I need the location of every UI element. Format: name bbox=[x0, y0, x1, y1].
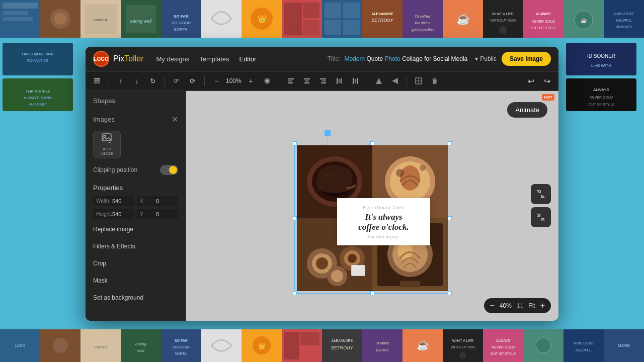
layers-icon[interactable] bbox=[91, 74, 104, 87]
separator-3 bbox=[204, 76, 205, 86]
bottom-strip-thumb-4[interactable]: eatingwell bbox=[121, 329, 161, 362]
mask-item[interactable]: Mask bbox=[86, 272, 186, 289]
flip-h-icon[interactable]: ⟳ bbox=[186, 74, 199, 87]
rotate-degrees-icon[interactable]: 0° bbox=[170, 74, 183, 87]
strip-thumb-10[interactable]: ALEXANDREBETROUY bbox=[362, 0, 403, 38]
svg-text:☕: ☕ bbox=[581, 17, 587, 24]
svg-rect-150 bbox=[300, 332, 319, 345]
bottom-strip-thumb-11[interactable]: ☕ bbox=[403, 329, 443, 362]
canvas-area[interactable]: Animate HOT bbox=[186, 91, 558, 321]
separator-4 bbox=[279, 76, 279, 86]
left-panel: Shapes Images ✕ bbox=[86, 91, 186, 321]
bottom-strip-thumb-9[interactable]: ALEXANDREBETROUY bbox=[322, 329, 362, 362]
bottom-strip-thumb-10[interactable]: I'd ratherlive with bbox=[362, 329, 403, 362]
nav-templates[interactable]: Templates bbox=[199, 53, 229, 65]
strip-thumb-11[interactable]: I'd ratherlive with agood question bbox=[403, 0, 443, 38]
flip-horizontal-icon[interactable] bbox=[388, 74, 401, 87]
title-quote: Quote bbox=[366, 55, 384, 62]
height-label: Height: bbox=[93, 209, 109, 219]
public-dropdown[interactable]: ▾ Public bbox=[475, 55, 497, 62]
strip-thumb-4[interactable]: eating well bbox=[121, 0, 161, 38]
nav-editor[interactable]: Editor bbox=[239, 53, 256, 65]
bottom-strip-thumb-2[interactable] bbox=[40, 329, 80, 362]
y-input[interactable] bbox=[153, 209, 178, 219]
logo-area[interactable]: LOGO PixTeller bbox=[93, 51, 143, 67]
bottom-strip-thumb-8[interactable] bbox=[282, 329, 322, 362]
bottom-strip-thumb-13[interactable]: ALWAYSNEVER GOLDOUT OF STYLE bbox=[483, 329, 523, 362]
strip-thumb-6[interactable] bbox=[201, 0, 242, 38]
clipping-toggle[interactable] bbox=[160, 165, 178, 175]
strip-thumb-15[interactable]: ☕ bbox=[564, 0, 604, 38]
fit-button[interactable]: Fit bbox=[528, 302, 535, 309]
nav-my-designs[interactable]: My designs bbox=[156, 53, 189, 65]
zoom-minus-icon[interactable]: − bbox=[210, 74, 223, 87]
add-image-button[interactable]: ADDIMAGE bbox=[93, 131, 121, 158]
svg-point-168 bbox=[536, 338, 551, 353]
logo-icon: LOGO bbox=[93, 51, 109, 67]
strip-thumb-3[interactable]: colorfull bbox=[80, 0, 121, 38]
svg-text:eating well: eating well bbox=[130, 19, 152, 24]
flip-vertical-icon[interactable] bbox=[372, 74, 385, 87]
align-right-icon[interactable] bbox=[316, 74, 330, 87]
close-icon[interactable]: ✕ bbox=[172, 115, 178, 124]
move-down-icon[interactable]: ↓ bbox=[130, 74, 143, 87]
svg-rect-82 bbox=[322, 80, 326, 81]
svg-text:I'd rather: I'd rather bbox=[375, 341, 389, 345]
align-center-icon[interactable] bbox=[300, 74, 313, 87]
fill-icon[interactable] bbox=[261, 74, 274, 87]
move-up-icon[interactable]: ↑ bbox=[114, 74, 127, 87]
filters-effects-item[interactable]: Filters & Effects bbox=[86, 238, 186, 255]
sub-text: Sip and enjoy. bbox=[345, 235, 422, 238]
delete-icon[interactable] bbox=[428, 74, 441, 87]
images-label: Images bbox=[93, 116, 115, 123]
strip-thumb-2[interactable] bbox=[40, 0, 80, 38]
crop-item[interactable]: Crop bbox=[86, 255, 186, 272]
strip-thumb-13[interactable]: WHAT A LIFE,WITHOUT WIN! bbox=[483, 0, 523, 38]
bottom-strip-thumb-5[interactable]: SO FARSO GOODSORTA. bbox=[161, 329, 201, 362]
align-bottom-icon[interactable] bbox=[349, 74, 362, 87]
align-top-icon[interactable] bbox=[333, 74, 346, 87]
zoom-out-button[interactable]: − bbox=[490, 301, 495, 310]
bottom-strip-thumb-16[interactable]: MORE bbox=[604, 329, 644, 362]
navbar: LOGO PixTeller My designs Templates Edit… bbox=[86, 47, 558, 72]
align-left-icon[interactable] bbox=[284, 74, 297, 87]
side-controls bbox=[531, 184, 551, 227]
bottom-strip-thumb-3[interactable]: Colorfull bbox=[80, 329, 121, 362]
expand-icon[interactable] bbox=[531, 184, 551, 204]
x-input[interactable] bbox=[153, 196, 178, 206]
add-frame-icon[interactable] bbox=[412, 74, 425, 87]
set-as-background-item[interactable]: Set as background bbox=[86, 289, 186, 306]
bottom-strip-thumb-15[interactable]: NOBLES BEHELPFUL bbox=[564, 329, 604, 362]
svg-point-74 bbox=[266, 79, 269, 82]
svg-text:WONDER: WONDER bbox=[616, 25, 632, 29]
zoom-plus-icon[interactable]: + bbox=[245, 74, 258, 87]
strip-thumb-16[interactable]: NOBLES BEHELPFULWONDER bbox=[604, 0, 644, 38]
strip-thumb-1[interactable] bbox=[0, 0, 40, 38]
x-group: X bbox=[137, 196, 178, 206]
title-modern: Modern bbox=[344, 55, 366, 62]
strip-thumb-12[interactable]: ☕ bbox=[443, 0, 483, 38]
replace-image-item[interactable]: Replace image bbox=[86, 221, 186, 238]
svg-text:☕: ☕ bbox=[417, 339, 429, 351]
strip-thumb-9[interactable] bbox=[322, 0, 362, 38]
bottom-strip-thumb-6[interactable] bbox=[201, 329, 242, 362]
rotate-icon[interactable]: ↻ bbox=[146, 74, 159, 87]
strip-thumb-14[interactable]: ALWAYSNEVER GOLDOUT OF STYLE bbox=[523, 0, 564, 38]
undo-btn[interactable]: ↩ bbox=[524, 74, 537, 87]
redo-btn[interactable]: ↪ bbox=[540, 74, 553, 87]
svg-text:👑: 👑 bbox=[258, 342, 266, 349]
width-input[interactable] bbox=[109, 196, 134, 206]
compress-icon[interactable] bbox=[531, 207, 551, 227]
strip-thumb-8[interactable] bbox=[282, 0, 322, 38]
height-input[interactable] bbox=[109, 209, 134, 219]
zoom-in-button[interactable]: + bbox=[540, 301, 545, 310]
save-button[interactable]: Save image bbox=[502, 52, 551, 66]
animate-button[interactable]: Animate bbox=[507, 102, 547, 118]
strip-thumb-5[interactable]: SO FARSO GOODSORTA. bbox=[161, 0, 201, 38]
hot-badge: HOT bbox=[542, 94, 554, 101]
strip-thumb-7[interactable]: 👑 bbox=[242, 0, 282, 38]
bottom-strip-thumb-1[interactable]: LOGO bbox=[0, 329, 40, 362]
bottom-strip-thumb-14[interactable] bbox=[523, 329, 564, 362]
bottom-strip-thumb-7[interactable]: 👑 bbox=[242, 329, 282, 362]
bottom-strip-thumb-12[interactable]: WHAT A LIFEWITHOUT WIN bbox=[443, 329, 483, 362]
